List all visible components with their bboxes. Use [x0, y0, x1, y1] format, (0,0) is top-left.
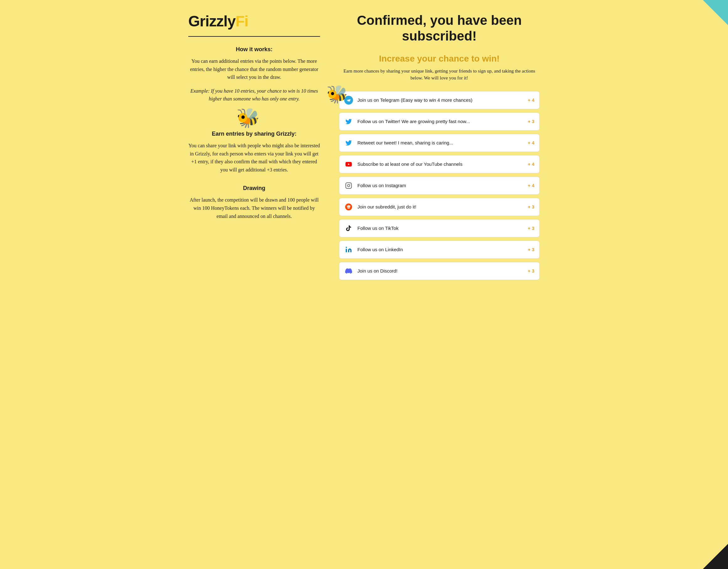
earn-entries-title: Earn entries by sharing Grizzly:: [188, 131, 320, 137]
earn-entries-body: You can share your link with people who …: [188, 142, 320, 174]
how-it-works-title: How it works:: [188, 46, 320, 53]
svg-point-8: [349, 207, 350, 207]
svg-point-13: [346, 247, 347, 248]
action-item-twitter-retweet[interactable]: Retweet our tweet! I mean, sharing is ca…: [339, 134, 540, 152]
action-label: Join our subreddit, just do it!: [357, 204, 523, 209]
action-item-reddit[interactable]: Join our subreddit, just do it!+ 3: [339, 198, 540, 216]
action-label: Follow us on Instagram: [357, 183, 523, 188]
bee-decoration-right: 🐝: [326, 84, 348, 105]
svg-point-11: [348, 205, 349, 206]
action-label: Retweet our tweet! I mean, sharing is ca…: [357, 140, 523, 145]
bee-decoration-left: 🐝: [182, 109, 314, 127]
action-points: + 4: [528, 97, 534, 103]
corner-decoration-tr: [703, 0, 728, 25]
reddit-icon: [344, 202, 353, 211]
action-item-telegram[interactable]: Join us on Telegram (Easy way to win 4 m…: [339, 91, 540, 109]
action-label: Join us on Telegram (Easy way to win 4 m…: [357, 97, 523, 103]
logo-grizzly: Grizzly: [188, 13, 235, 30]
action-points: + 3: [528, 119, 534, 124]
how-it-works-body: You can earn additional entries via the …: [188, 57, 320, 81]
action-item-linkedin[interactable]: Follow us on LinkedIn+ 3: [339, 240, 540, 259]
logo-divider: [188, 36, 320, 37]
linkedin-icon: [344, 245, 353, 254]
action-points: + 3: [528, 247, 534, 252]
logo-text: GrizzlyFi: [188, 13, 320, 30]
action-item-twitter-follow[interactable]: Follow us on Twitter! We are growing pre…: [339, 112, 540, 131]
drawing-body: After launch, the competition will be dr…: [188, 196, 320, 220]
action-label: Join us on Discord!: [357, 268, 523, 273]
action-label: Follow us on LinkedIn: [357, 247, 523, 252]
svg-point-4: [350, 184, 351, 184]
action-label: Follow us on TikTok: [357, 225, 523, 231]
subtitle-text: Earn more chances by sharing your unique…: [339, 67, 540, 82]
action-item-discord[interactable]: Join us on Discord!+ 3: [339, 262, 540, 280]
action-points: + 3: [528, 225, 534, 231]
svg-point-7: [348, 207, 348, 207]
left-column: GrizzlyFi How it works: You can earn add…: [188, 13, 320, 556]
discord-icon: [344, 266, 353, 275]
action-label: Subscribe to at least one of our YouTube…: [357, 161, 523, 167]
twitter-icon: [344, 117, 353, 126]
corner-decoration-br: [703, 544, 728, 569]
twitter-icon: [344, 138, 353, 147]
action-item-tiktok[interactable]: Follow us on TikTok+ 3: [339, 219, 540, 237]
svg-rect-12: [346, 249, 347, 252]
increase-title: Increase your chance to win!: [339, 54, 540, 64]
svg-point-10: [347, 205, 348, 207]
svg-rect-2: [346, 183, 351, 188]
action-points: + 4: [528, 161, 534, 167]
page-wrapper: GrizzlyFi How it works: You can earn add…: [182, 0, 546, 569]
action-item-youtube[interactable]: Subscribe to at least one of our YouTube…: [339, 155, 540, 173]
action-label: Follow us on Twitter! We are growing pre…: [357, 119, 523, 124]
drawing-title: Drawing: [188, 185, 320, 191]
logo: GrizzlyFi: [188, 13, 320, 30]
action-points: + 3: [528, 204, 534, 209]
svg-point-3: [347, 184, 350, 186]
action-item-instagram[interactable]: Follow us on Instagram+ 4: [339, 176, 540, 195]
logo-fi: Fi: [235, 13, 248, 30]
tiktok-icon: [344, 224, 353, 233]
action-list: Join us on Telegram (Easy way to win 4 m…: [339, 91, 540, 280]
right-column: Confirmed, you have been subscribed! Inc…: [339, 13, 540, 556]
action-points: + 4: [528, 140, 534, 145]
example-text: Example: If you have 10 entries, your ch…: [188, 87, 320, 103]
youtube-icon: [344, 160, 353, 169]
action-points: + 4: [528, 183, 534, 188]
instagram-icon: [344, 181, 353, 190]
action-points: + 3: [528, 268, 534, 273]
confirmed-title: Confirmed, you have been subscribed!: [339, 13, 540, 44]
